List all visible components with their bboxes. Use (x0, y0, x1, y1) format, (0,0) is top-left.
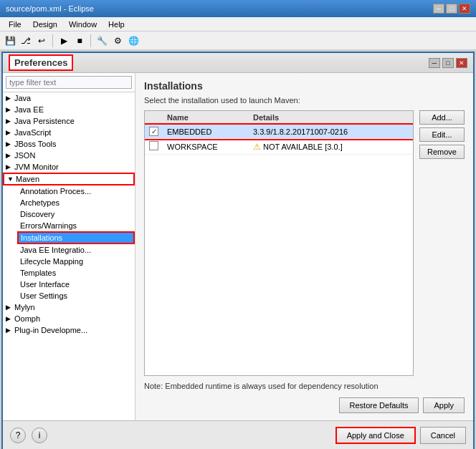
footer-right: Apply and Close Cancel (335, 427, 466, 444)
cell-check-embedded[interactable] (145, 125, 163, 139)
table-row-workspace[interactable]: WORKSPACE ⚠ NOT AVAILABLE [3.0.] (145, 139, 413, 155)
footer-left: ? i (10, 428, 47, 443)
content-title: Installations (144, 80, 465, 92)
dialog-header: Preferences ─ □ ✕ (3, 53, 473, 73)
sidebar-item-user-interface[interactable]: User Interface (17, 279, 135, 290)
expand-arrow: ▶ (6, 304, 13, 311)
sidebar-item-jboss[interactable]: ▶ JBoss Tools (3, 138, 135, 150)
sidebar-item-installations[interactable]: Installations (17, 231, 135, 244)
cell-name-embedded: EMBEDDED (163, 125, 249, 139)
close-btn[interactable]: ✕ (459, 4, 470, 14)
expand-arrow: ▶ (6, 140, 13, 148)
warning-icon: ⚠ (253, 142, 261, 152)
sidebar-item-java-persistence[interactable]: ▶ Java Persistence (3, 115, 135, 127)
expand-arrow: ▶ (6, 163, 13, 170)
expand-arrow: ▶ (6, 117, 13, 125)
add-button[interactable]: Add... (419, 110, 465, 125)
toolbar-sep-1 (52, 34, 53, 47)
content-area: Installations Select the installation us… (135, 73, 473, 420)
info-icon-btn[interactable]: i (32, 428, 47, 443)
sidebar: ▶ Java ▶ Java EE ▶ Java Persistence ▶ Ja… (3, 73, 135, 420)
expand-arrow: ▼ (7, 175, 14, 183)
sidebar-item-annotation[interactable]: Annotation Proces... (17, 185, 135, 197)
install-table-wrapper: Name Details EMBEDDED 3.3.9/ (144, 110, 414, 376)
sidebar-item-plugin[interactable]: ▶ Plug-in Developme... (3, 324, 135, 336)
sidebar-item-discovery[interactable]: Discovery (17, 208, 135, 220)
sidebar-item-archetypes[interactable]: Archetypes (17, 197, 135, 208)
dialog-body: ▶ Java ▶ Java EE ▶ Java Persistence ▶ Ja… (3, 73, 473, 420)
preferences-dialog: Preferences ─ □ ✕ ▶ Java ▶ Java EE ▶ (1, 52, 475, 449)
title-bar: source/pom.xml - Eclipse ─ □ ✕ (0, 0, 476, 17)
sidebar-item-errors[interactable]: Errors/Warnings (17, 220, 135, 231)
maximize-btn[interactable]: □ (446, 4, 457, 14)
expand-arrow: ▶ (6, 152, 13, 159)
apply-and-close-button[interactable]: Apply and Close (335, 427, 416, 444)
dialog-maximize-btn[interactable]: □ (442, 58, 454, 68)
menu-design[interactable]: Design (27, 19, 63, 29)
cell-check-workspace[interactable] (145, 139, 163, 155)
edit-button[interactable]: Edit... (419, 127, 465, 142)
toolbar-btn-7[interactable]: ⚙ (110, 34, 125, 48)
sidebar-item-json[interactable]: ▶ JSON (3, 150, 135, 161)
sidebar-item-templates[interactable]: Templates (17, 267, 135, 279)
window-controls: ─ □ ✕ (433, 4, 470, 14)
dialog-header-controls: ─ □ ✕ (429, 58, 467, 68)
expand-arrow: ▶ (6, 315, 13, 322)
table-row-embedded[interactable]: EMBEDDED 3.3.9/1.8.2.20171007-0216 (145, 125, 413, 139)
window-title: source/pom.xml - Eclipse (6, 4, 94, 13)
filter-box (3, 73, 135, 92)
restore-defaults-button[interactable]: Restore Defaults (339, 397, 419, 413)
menu-bar: File Design Window Help (0, 17, 476, 32)
toolbar: 💾 ⎇ ↩ ▶ ■ 🔧 ⚙ 🌐 (0, 32, 476, 50)
dialog-close-btn[interactable]: ✕ (456, 58, 467, 68)
install-table: Name Details EMBEDDED 3.3.9/ (145, 111, 413, 155)
sidebar-item-oomph[interactable]: ▶ Oomph (3, 313, 135, 324)
help-icon-btn[interactable]: ? (10, 428, 26, 443)
sidebar-item-javaee[interactable]: ▶ Java EE (3, 104, 135, 115)
filter-input[interactable] (6, 76, 132, 89)
toolbar-btn-1[interactable]: 💾 (3, 34, 17, 48)
cell-details-embedded: 3.3.9/1.8.2.20171007-0216 (249, 125, 413, 139)
sidebar-item-user-settings[interactable]: User Settings (17, 290, 135, 301)
toolbar-btn-4[interactable]: ▶ (57, 34, 71, 48)
toolbar-btn-5[interactable]: ■ (72, 34, 87, 48)
sidebar-item-java[interactable]: ▶ Java (3, 92, 135, 104)
col-header-name: Name (163, 111, 249, 125)
cell-details-workspace: ⚠ NOT AVAILABLE [3.0.] (249, 139, 413, 155)
sidebar-item-maven[interactable]: ▼ Maven (3, 173, 135, 185)
sidebar-item-mylyn[interactable]: ▶ Mylyn (3, 301, 135, 313)
sidebar-item-javaee-integration[interactable]: Java EE Integratio... (17, 244, 135, 256)
toolbar-btn-2[interactable]: ⎇ (19, 34, 33, 48)
right-buttons: Add... Edit... Remove (419, 110, 465, 376)
table-and-buttons: Name Details EMBEDDED 3.3.9/ (144, 110, 465, 376)
expand-arrow: ▶ (6, 129, 13, 136)
checkbox-workspace[interactable] (149, 141, 158, 150)
dialog-header-title: Preferences (14, 57, 67, 68)
toolbar-sep-2 (90, 34, 91, 47)
cell-name-workspace: WORKSPACE (163, 139, 249, 155)
cancel-button[interactable]: Cancel (420, 427, 466, 444)
sidebar-item-javascript[interactable]: ▶ JavaScript (3, 127, 135, 138)
sidebar-item-jvm[interactable]: ▶ JVM Monitor (3, 161, 135, 173)
dialog-minimize-btn[interactable]: ─ (429, 58, 440, 68)
col-header-check (145, 111, 163, 125)
expand-arrow: ▶ (6, 327, 13, 334)
checkbox-embedded[interactable] (149, 127, 158, 136)
expand-arrow: ▶ (6, 106, 13, 113)
toolbar-btn-3[interactable]: ↩ (34, 34, 49, 48)
bottom-buttons-row: Restore Defaults Apply (144, 397, 465, 413)
col-header-details: Details (249, 111, 413, 125)
toolbar-btn-6[interactable]: 🔧 (95, 34, 109, 48)
expand-arrow: ▶ (6, 95, 13, 102)
menu-window[interactable]: Window (63, 19, 103, 29)
dialog-footer: ? i Apply and Close Cancel (3, 420, 473, 449)
content-desc: Select the installation used to launch M… (144, 96, 465, 105)
note-text: Note: Embedded runtime is always used fo… (144, 382, 465, 390)
menu-file[interactable]: File (3, 19, 27, 29)
menu-help[interactable]: Help (103, 19, 130, 29)
minimize-btn[interactable]: ─ (433, 4, 444, 14)
toolbar-btn-8[interactable]: 🌐 (126, 34, 141, 48)
remove-button[interactable]: Remove (419, 145, 465, 159)
apply-button[interactable]: Apply (423, 397, 465, 413)
sidebar-item-lifecycle[interactable]: Lifecycle Mapping (17, 256, 135, 267)
